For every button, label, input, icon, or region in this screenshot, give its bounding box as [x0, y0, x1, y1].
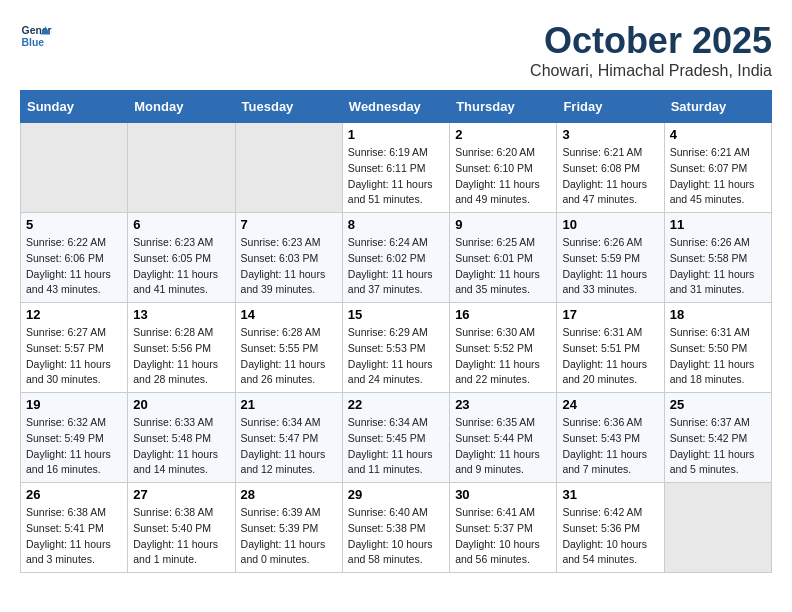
- calendar-cell: 9Sunrise: 6:25 AMSunset: 6:01 PMDaylight…: [450, 213, 557, 303]
- day-info: Sunrise: 6:34 AMSunset: 5:47 PMDaylight:…: [241, 415, 337, 478]
- calendar-cell: 2Sunrise: 6:20 AMSunset: 6:10 PMDaylight…: [450, 123, 557, 213]
- day-info: Sunrise: 6:24 AMSunset: 6:02 PMDaylight:…: [348, 235, 444, 298]
- calendar-cell: 30Sunrise: 6:41 AMSunset: 5:37 PMDayligh…: [450, 483, 557, 573]
- logo: General Blue: [20, 20, 56, 52]
- calendar-cell: 6Sunrise: 6:23 AMSunset: 6:05 PMDaylight…: [128, 213, 235, 303]
- day-info: Sunrise: 6:31 AMSunset: 5:51 PMDaylight:…: [562, 325, 658, 388]
- day-info: Sunrise: 6:34 AMSunset: 5:45 PMDaylight:…: [348, 415, 444, 478]
- day-info: Sunrise: 6:37 AMSunset: 5:42 PMDaylight:…: [670, 415, 766, 478]
- day-number: 19: [26, 397, 122, 412]
- day-number: 22: [348, 397, 444, 412]
- calendar-cell: [235, 123, 342, 213]
- calendar-cell: 28Sunrise: 6:39 AMSunset: 5:39 PMDayligh…: [235, 483, 342, 573]
- day-info: Sunrise: 6:42 AMSunset: 5:36 PMDaylight:…: [562, 505, 658, 568]
- day-number: 9: [455, 217, 551, 232]
- calendar-cell: 25Sunrise: 6:37 AMSunset: 5:42 PMDayligh…: [664, 393, 771, 483]
- day-info: Sunrise: 6:22 AMSunset: 6:06 PMDaylight:…: [26, 235, 122, 298]
- day-info: Sunrise: 6:21 AMSunset: 6:08 PMDaylight:…: [562, 145, 658, 208]
- header-cell-friday: Friday: [557, 91, 664, 123]
- calendar-cell: 26Sunrise: 6:38 AMSunset: 5:41 PMDayligh…: [21, 483, 128, 573]
- day-number: 28: [241, 487, 337, 502]
- day-info: Sunrise: 6:27 AMSunset: 5:57 PMDaylight:…: [26, 325, 122, 388]
- calendar-cell: 31Sunrise: 6:42 AMSunset: 5:36 PMDayligh…: [557, 483, 664, 573]
- day-info: Sunrise: 6:30 AMSunset: 5:52 PMDaylight:…: [455, 325, 551, 388]
- day-number: 6: [133, 217, 229, 232]
- day-number: 8: [348, 217, 444, 232]
- day-number: 17: [562, 307, 658, 322]
- calendar-cell: 24Sunrise: 6:36 AMSunset: 5:43 PMDayligh…: [557, 393, 664, 483]
- day-number: 31: [562, 487, 658, 502]
- day-number: 4: [670, 127, 766, 142]
- day-info: Sunrise: 6:19 AMSunset: 6:11 PMDaylight:…: [348, 145, 444, 208]
- day-info: Sunrise: 6:38 AMSunset: 5:41 PMDaylight:…: [26, 505, 122, 568]
- calendar-cell: 3Sunrise: 6:21 AMSunset: 6:08 PMDaylight…: [557, 123, 664, 213]
- day-number: 1: [348, 127, 444, 142]
- day-number: 10: [562, 217, 658, 232]
- day-number: 13: [133, 307, 229, 322]
- calendar-table: SundayMondayTuesdayWednesdayThursdayFrid…: [20, 90, 772, 573]
- day-info: Sunrise: 6:39 AMSunset: 5:39 PMDaylight:…: [241, 505, 337, 568]
- calendar-cell: 16Sunrise: 6:30 AMSunset: 5:52 PMDayligh…: [450, 303, 557, 393]
- week-row-1: 1Sunrise: 6:19 AMSunset: 6:11 PMDaylight…: [21, 123, 772, 213]
- calendar-cell: 11Sunrise: 6:26 AMSunset: 5:58 PMDayligh…: [664, 213, 771, 303]
- day-info: Sunrise: 6:41 AMSunset: 5:37 PMDaylight:…: [455, 505, 551, 568]
- day-info: Sunrise: 6:26 AMSunset: 5:59 PMDaylight:…: [562, 235, 658, 298]
- calendar-cell: [128, 123, 235, 213]
- svg-text:Blue: Blue: [22, 37, 45, 48]
- day-number: 21: [241, 397, 337, 412]
- day-number: 27: [133, 487, 229, 502]
- day-number: 14: [241, 307, 337, 322]
- day-info: Sunrise: 6:36 AMSunset: 5:43 PMDaylight:…: [562, 415, 658, 478]
- day-number: 24: [562, 397, 658, 412]
- calendar-cell: [21, 123, 128, 213]
- day-info: Sunrise: 6:38 AMSunset: 5:40 PMDaylight:…: [133, 505, 229, 568]
- calendar-cell: 18Sunrise: 6:31 AMSunset: 5:50 PMDayligh…: [664, 303, 771, 393]
- day-number: 15: [348, 307, 444, 322]
- day-number: 25: [670, 397, 766, 412]
- header-cell-monday: Monday: [128, 91, 235, 123]
- day-info: Sunrise: 6:29 AMSunset: 5:53 PMDaylight:…: [348, 325, 444, 388]
- calendar-cell: 10Sunrise: 6:26 AMSunset: 5:59 PMDayligh…: [557, 213, 664, 303]
- day-number: 30: [455, 487, 551, 502]
- header-cell-thursday: Thursday: [450, 91, 557, 123]
- header-cell-sunday: Sunday: [21, 91, 128, 123]
- day-number: 29: [348, 487, 444, 502]
- calendar-cell: 22Sunrise: 6:34 AMSunset: 5:45 PMDayligh…: [342, 393, 449, 483]
- day-info: Sunrise: 6:40 AMSunset: 5:38 PMDaylight:…: [348, 505, 444, 568]
- header-cell-saturday: Saturday: [664, 91, 771, 123]
- calendar-cell: 29Sunrise: 6:40 AMSunset: 5:38 PMDayligh…: [342, 483, 449, 573]
- month-title: October 2025: [530, 20, 772, 62]
- week-row-4: 19Sunrise: 6:32 AMSunset: 5:49 PMDayligh…: [21, 393, 772, 483]
- header-cell-tuesday: Tuesday: [235, 91, 342, 123]
- calendar-cell: 4Sunrise: 6:21 AMSunset: 6:07 PMDaylight…: [664, 123, 771, 213]
- day-number: 2: [455, 127, 551, 142]
- calendar-cell: [664, 483, 771, 573]
- day-number: 12: [26, 307, 122, 322]
- day-number: 5: [26, 217, 122, 232]
- day-info: Sunrise: 6:26 AMSunset: 5:58 PMDaylight:…: [670, 235, 766, 298]
- calendar-cell: 13Sunrise: 6:28 AMSunset: 5:56 PMDayligh…: [128, 303, 235, 393]
- calendar-cell: 14Sunrise: 6:28 AMSunset: 5:55 PMDayligh…: [235, 303, 342, 393]
- calendar-body: 1Sunrise: 6:19 AMSunset: 6:11 PMDaylight…: [21, 123, 772, 573]
- page-header: General Blue October 2025 Chowari, Himac…: [20, 20, 772, 80]
- calendar-cell: 19Sunrise: 6:32 AMSunset: 5:49 PMDayligh…: [21, 393, 128, 483]
- day-info: Sunrise: 6:23 AMSunset: 6:05 PMDaylight:…: [133, 235, 229, 298]
- week-row-5: 26Sunrise: 6:38 AMSunset: 5:41 PMDayligh…: [21, 483, 772, 573]
- day-number: 3: [562, 127, 658, 142]
- header-row: SundayMondayTuesdayWednesdayThursdayFrid…: [21, 91, 772, 123]
- calendar-cell: 5Sunrise: 6:22 AMSunset: 6:06 PMDaylight…: [21, 213, 128, 303]
- day-info: Sunrise: 6:31 AMSunset: 5:50 PMDaylight:…: [670, 325, 766, 388]
- day-info: Sunrise: 6:28 AMSunset: 5:56 PMDaylight:…: [133, 325, 229, 388]
- calendar-cell: 15Sunrise: 6:29 AMSunset: 5:53 PMDayligh…: [342, 303, 449, 393]
- day-number: 23: [455, 397, 551, 412]
- location: Chowari, Himachal Pradesh, India: [530, 62, 772, 80]
- calendar-cell: 27Sunrise: 6:38 AMSunset: 5:40 PMDayligh…: [128, 483, 235, 573]
- day-info: Sunrise: 6:35 AMSunset: 5:44 PMDaylight:…: [455, 415, 551, 478]
- day-number: 18: [670, 307, 766, 322]
- day-info: Sunrise: 6:21 AMSunset: 6:07 PMDaylight:…: [670, 145, 766, 208]
- calendar-cell: 1Sunrise: 6:19 AMSunset: 6:11 PMDaylight…: [342, 123, 449, 213]
- day-info: Sunrise: 6:20 AMSunset: 6:10 PMDaylight:…: [455, 145, 551, 208]
- day-number: 16: [455, 307, 551, 322]
- day-number: 7: [241, 217, 337, 232]
- logo-icon: General Blue: [20, 20, 52, 52]
